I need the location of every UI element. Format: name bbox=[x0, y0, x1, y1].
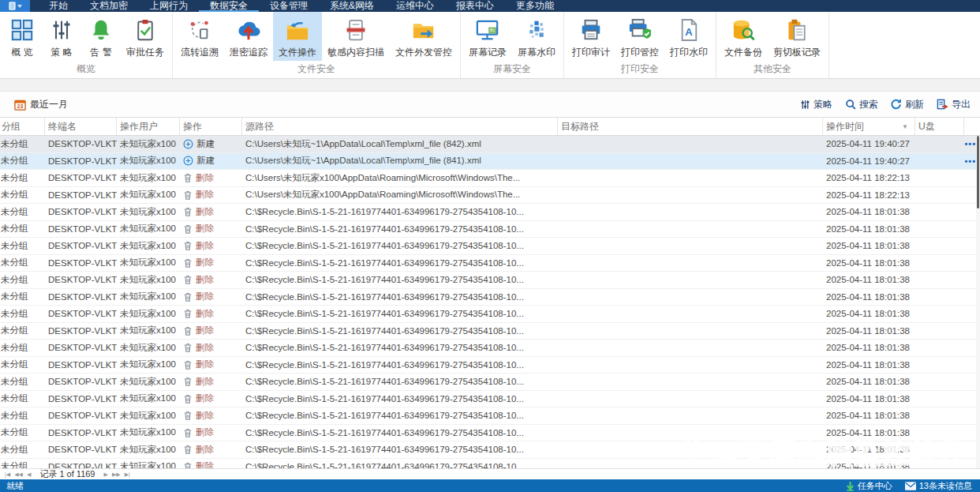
table-row[interactable]: 未分组 DESKTOP-VLKTLE1 未知玩家x100 删除 C:\$Recy… bbox=[0, 459, 980, 469]
file-outgoing-control-button[interactable]: 文件外发管控 bbox=[390, 12, 458, 61]
menu-tab[interactable]: 开始 bbox=[38, 0, 79, 12]
table-row[interactable]: 未分组 DESKTOP-VLKTLE1 未知玩家x100 删除 C:\$Recy… bbox=[0, 306, 980, 323]
export-action-button[interactable]: 导出 bbox=[937, 98, 971, 111]
cell-user: 未知玩家x100 bbox=[117, 138, 180, 150]
menu-bar: 开始文档加密上网行为数据安全设备管理系统&网络运维中心报表中心更多功能 bbox=[0, 0, 980, 12]
ribbon-group-label: 打印安全 bbox=[567, 61, 713, 79]
menu-tab[interactable]: 上网行为 bbox=[139, 0, 199, 12]
column-header-source[interactable]: 源路径 bbox=[242, 118, 558, 135]
menu-tab[interactable]: 更多功能 bbox=[505, 0, 565, 12]
print-control-icon bbox=[627, 16, 653, 44]
column-header-operation[interactable]: 操作 bbox=[180, 118, 242, 135]
menu-tab[interactable]: 报表中心 bbox=[445, 0, 505, 12]
table-row[interactable]: 未分组 DESKTOP-VLKTLE1 未知玩家x100 删除 C:\$Recy… bbox=[0, 238, 980, 255]
table-row[interactable]: 未分组 DESKTOP-VLKTLE1 未知玩家x100 删除 C:\$Recy… bbox=[0, 357, 980, 374]
table-row[interactable]: 未分组 DESKTOP-VLKTLE1 未知玩家x100 删除 C:\$Recy… bbox=[0, 272, 980, 289]
cell-operation: 删除 bbox=[180, 291, 242, 302]
ribbon-group-label: 文件安全 bbox=[175, 61, 458, 79]
delete-icon bbox=[183, 257, 193, 269]
file-backup-button[interactable]: 文件备份 bbox=[719, 12, 768, 61]
refresh-action-button[interactable]: 刷新 bbox=[891, 98, 924, 111]
leak-tracking-button[interactable]: 泄密追踪 bbox=[224, 12, 273, 61]
vertical-scrollbar[interactable] bbox=[976, 136, 980, 468]
task-center-label: 任务中心 bbox=[858, 480, 892, 492]
overview-button[interactable]: 概 览 bbox=[2, 12, 42, 61]
print-watermark-button[interactable]: A 打印水印 bbox=[664, 12, 713, 61]
table-row[interactable]: 未分组 DESKTOP-VLKTLE1 未知玩家x100 删除 C:\$Recy… bbox=[0, 425, 980, 442]
time-filter-icon[interactable]: ▼ bbox=[902, 123, 908, 130]
column-header-time[interactable]: 操作时间▼ bbox=[823, 118, 915, 135]
table-row[interactable]: 未分组 DESKTOP-VLKTLE1 未知玩家x100 删除 C:\$Recy… bbox=[0, 391, 980, 408]
first-record-button[interactable]: |◀ bbox=[5, 469, 10, 480]
print-audit-button[interactable]: 打印审计 bbox=[567, 12, 615, 61]
button-label: 泄密追踪 bbox=[230, 46, 267, 59]
screen-watermark-button[interactable]: 屏幕水印 bbox=[512, 12, 561, 61]
screen-record-button[interactable]: 屏幕记录 bbox=[463, 12, 512, 61]
create-icon bbox=[183, 139, 193, 149]
table-row[interactable]: 未分组 DESKTOP-VLKTLE1 未知玩家x100 删除 C:\$Recy… bbox=[0, 407, 980, 425]
table-row[interactable]: 未分组 DESKTOP-VLKTLE1 未知玩家x100 删除 C:\$Recy… bbox=[0, 340, 980, 357]
operation-label: 删除 bbox=[196, 410, 214, 422]
column-header-user[interactable]: 操作用户 bbox=[117, 118, 180, 135]
print-control-button[interactable]: 打印管控 bbox=[615, 12, 664, 61]
clipboard-record-button[interactable]: 剪切板记录 bbox=[768, 12, 826, 61]
date-range-filter[interactable]: 23 最近一月 bbox=[14, 98, 68, 111]
scrollbar-thumb[interactable] bbox=[977, 136, 979, 208]
table-row[interactable]: 未分组 DESKTOP-VLKTLE1 未知玩家x100 删除 C:\Users… bbox=[0, 170, 980, 187]
policy-sliders-icon bbox=[800, 100, 810, 110]
column-header-group[interactable]: 分组 bbox=[0, 118, 45, 135]
ribbon-group-other-security: 文件备份 剪切板记录 其他安全 bbox=[716, 12, 829, 78]
policy-action-button[interactable]: 策略 bbox=[800, 98, 832, 111]
column-header-terminal[interactable]: 终端名 bbox=[45, 118, 117, 135]
svg-text:A: A bbox=[685, 26, 693, 38]
table-row[interactable]: 未分组 DESKTOP-VLKTLE1 未知玩家x100 删除 C:\$Recy… bbox=[0, 374, 980, 391]
alert-bell-icon bbox=[89, 16, 113, 44]
operation-label: 删除 bbox=[196, 206, 214, 218]
cell-terminal: DESKTOP-VLKTLE1 bbox=[45, 445, 117, 454]
search-action-button[interactable]: 搜索 bbox=[845, 98, 878, 111]
table-row[interactable]: 未分组 DESKTOP-VLKTLE1 未知玩家x100 删除 C:\Users… bbox=[0, 187, 980, 205]
sensitive-content-scan-button[interactable]: 敏感内容扫描 bbox=[322, 12, 390, 61]
record-count-label: 记录 1 of 1169 bbox=[39, 468, 95, 480]
cell-source-path: C:\$Recycle.Bin\S-1-5-21-1619774401-6349… bbox=[242, 343, 558, 352]
file-operations-button[interactable]: 文件操作 bbox=[273, 12, 322, 61]
flow-trace-button[interactable]: 流转追溯 bbox=[175, 12, 224, 61]
menu-tab[interactable]: 运维中心 bbox=[385, 0, 445, 12]
menu-tab[interactable]: 文档加密 bbox=[79, 0, 139, 12]
table-row[interactable]: 未分组 DESKTOP-VLKTLE1 未知玩家x100 新建 C:\Users… bbox=[0, 136, 980, 153]
table-row[interactable]: 未分组 DESKTOP-VLKTLE1 未知玩家x100 删除 C:\$Recy… bbox=[0, 441, 980, 459]
menu-tab[interactable]: 系统&网络 bbox=[319, 0, 385, 12]
cell-time: 2025-04-11 18:01:38 bbox=[823, 258, 915, 268]
button-label: 打印审计 bbox=[572, 46, 610, 59]
approval-tasks-button[interactable]: 审批任务 bbox=[121, 12, 170, 61]
menu-tab[interactable]: 数据安全 bbox=[199, 0, 259, 12]
column-header-usb[interactable]: U盘 bbox=[915, 118, 964, 135]
task-center-button[interactable]: 任务中心 bbox=[846, 480, 892, 492]
cell-group: 未分组 bbox=[0, 172, 45, 184]
table-row[interactable]: 未分组 DESKTOP-VLKTLE1 未知玩家x100 删除 C:\$Recy… bbox=[0, 323, 980, 340]
table-row[interactable]: 未分组 DESKTOP-VLKTLE1 未知玩家x100 删除 C:\$Recy… bbox=[0, 221, 980, 238]
column-header-target[interactable]: 目标路径 bbox=[558, 118, 823, 135]
next-record-button[interactable]: ▶ bbox=[104, 469, 108, 480]
alert-button[interactable]: 告 警 bbox=[81, 12, 121, 61]
cell-terminal: DESKTOP-VLKTLE1 bbox=[45, 377, 117, 386]
cell-user: 未知玩家x100 bbox=[117, 206, 180, 218]
menu-tab[interactable]: 设备管理 bbox=[259, 0, 319, 12]
table-row[interactable]: 未分组 DESKTOP-VLKTLE1 未知玩家x100 删除 C:\$Recy… bbox=[0, 255, 980, 272]
cell-terminal: DESKTOP-VLKTLE1 bbox=[45, 343, 117, 352]
table-row[interactable]: 未分组 DESKTOP-VLKTLE1 未知玩家x100 新建 C:\Users… bbox=[0, 153, 980, 171]
screen-record-icon bbox=[475, 16, 500, 44]
menu-tabs: 开始文档加密上网行为数据安全设备管理系统&网络运维中心报表中心更多功能 bbox=[38, 0, 565, 12]
action-label: 策略 bbox=[814, 98, 832, 111]
cell-operation: 删除 bbox=[180, 325, 242, 336]
table-row[interactable]: 未分组 DESKTOP-VLKTLE1 未知玩家x100 删除 C:\$Recy… bbox=[0, 289, 980, 306]
prev-record-button[interactable]: ◀ bbox=[27, 469, 31, 480]
operation-label: 删除 bbox=[196, 172, 214, 184]
last-record-button[interactable]: ▶| bbox=[125, 469, 130, 480]
app-menu-button[interactable] bbox=[0, 0, 30, 12]
unread-messages-button[interactable]: 13条未读信息 bbox=[905, 480, 972, 492]
table-row[interactable]: 未分组 DESKTOP-VLKTLE1 未知玩家x100 删除 C:\$Recy… bbox=[0, 204, 980, 221]
next-page-button[interactable]: ▶▶ bbox=[112, 469, 121, 480]
prev-page-button[interactable]: ◀◀ bbox=[14, 469, 23, 480]
policy-button[interactable]: 策 略 bbox=[42, 12, 81, 61]
